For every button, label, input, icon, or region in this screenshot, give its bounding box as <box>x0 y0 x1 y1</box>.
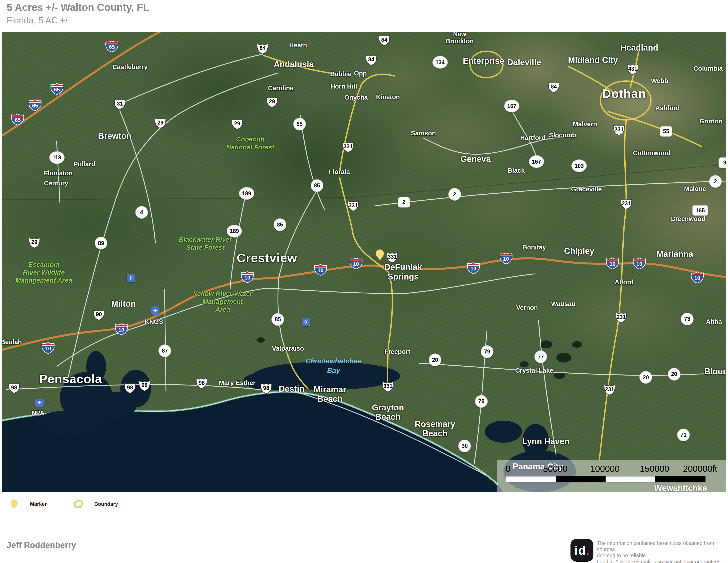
airport-icon: ✈ <box>35 399 44 407</box>
legend-item-marker: Marker <box>9 498 47 510</box>
state-route-circle-shield-icon: 20 <box>668 368 680 380</box>
us-route-shield-icon: 98 <box>8 381 21 394</box>
us-route-shield-icon: 84 <box>547 81 560 93</box>
city-label: Hartford <box>520 134 545 141</box>
city-label: Daleville <box>507 58 541 67</box>
state-route-rect-shield-icon: 2 <box>398 197 410 207</box>
airport-icon: ✈ <box>127 274 135 282</box>
state-route-circle-shield-icon: 189 <box>227 225 242 237</box>
city-label: Headland <box>620 43 658 53</box>
marker-icon <box>10 499 18 509</box>
us-route-shield-icon: 231 <box>620 197 633 210</box>
protected-area-label: Blackwater RiverState Forest <box>179 235 232 251</box>
city-label: Chipley <box>564 246 594 256</box>
city-label: Gordon <box>700 118 723 125</box>
interstate-shield-icon: 10 <box>114 323 128 336</box>
airport-icon: ✈ <box>151 307 159 315</box>
page-subtitle: Florida, 5 AC +/- <box>7 15 149 25</box>
interstate-shield-icon: 10 <box>632 257 646 269</box>
city-label: Castleberry <box>112 63 148 70</box>
state-route-circle-shield-icon: 113 <box>50 152 64 164</box>
us-route-shield-icon: 84 <box>256 42 269 54</box>
city-label: Flomaton <box>44 169 73 177</box>
boundary-icon <box>73 499 83 509</box>
interstate-shield-icon: 10 <box>41 342 55 354</box>
city-label: Destin <box>279 384 304 394</box>
scale-tick-label: 0 <box>506 464 510 474</box>
us-route-shield-icon: 331 <box>386 251 399 263</box>
city-label: Malone <box>684 185 706 192</box>
state-route-circle-shield-icon: 85 <box>274 219 286 231</box>
city-label: Pensacola <box>39 372 102 386</box>
city-label: Florala <box>329 168 350 175</box>
state-route-circle-shield-icon: 2 <box>449 188 461 200</box>
author-name: Jeff Roddenberry <box>7 540 76 550</box>
city-label: Andalusia <box>274 60 314 69</box>
city-label: Crestview <box>237 251 297 265</box>
city-label: Slocomb <box>549 131 576 138</box>
city-label: NewBrockton <box>446 32 474 45</box>
city-label: Valparaiso <box>272 345 304 352</box>
city-label: Kinston <box>376 93 400 100</box>
map-export-page: 5 Acres +/- Walton County, FL Florida, 5… <box>0 0 728 563</box>
city-label: Marianna <box>656 249 693 259</box>
legend: MarkerBoundary <box>9 496 118 512</box>
logo-dot: . <box>586 543 589 557</box>
city-label: Brewton <box>98 131 131 141</box>
city-label: Greenwood <box>670 215 705 222</box>
city-label: RosemaryBeach <box>415 420 455 438</box>
us-route-shield-icon: 231 <box>615 311 628 323</box>
city-label: Dothan <box>602 87 646 101</box>
us-route-shield-icon: 29 <box>231 117 244 130</box>
state-route-circle-shield-icon: 167 <box>529 156 544 167</box>
city-label: Graceville <box>571 186 602 193</box>
city-label: Crystal Lake <box>515 367 553 374</box>
city-label: Blount <box>704 367 726 376</box>
logo-text: id <box>574 543 586 557</box>
interstate-shield-icon: 65 <box>28 99 42 111</box>
legend-label: Boundary <box>94 501 118 507</box>
us-route-shield-icon: 29 <box>265 95 279 108</box>
us-route-shield-icon: 84 <box>378 34 391 46</box>
state-route-circle-shield-icon: 87 <box>159 345 171 357</box>
city-label: Wausau <box>551 300 575 307</box>
scale-bar: 050000100000150000200000ft <box>497 460 726 492</box>
page-title: 5 Acres +/- Walton County, FL <box>7 1 149 13</box>
us-route-shield-icon: 98 <box>195 377 208 389</box>
state-route-circle-shield-icon: 20 <box>640 371 652 383</box>
interstate-shield-icon: 10 <box>314 263 327 276</box>
us-route-shield-icon: 98 <box>123 381 137 394</box>
city-label: Ashford <box>655 104 680 111</box>
state-route-rect-shield-icon: 9 <box>719 158 726 167</box>
scale-tick-label: 100000 <box>590 464 619 474</box>
us-route-shield-icon: 29 <box>28 236 41 248</box>
state-route-circle-shield-icon: 71 <box>677 429 689 441</box>
interstate-shield-icon: 10 <box>499 252 513 264</box>
scale-tick-label: 50000 <box>543 464 567 474</box>
city-label: GraytonBeach <box>372 403 404 422</box>
state-route-circle-shield-icon: 89 <box>95 237 107 249</box>
interstate-shield-icon: 65 <box>11 113 24 126</box>
airport-icon: ✈ <box>302 318 310 326</box>
interstate-shield-icon: 65 <box>105 40 119 53</box>
city-label: Pollard <box>73 160 95 167</box>
city-label: KNGS <box>145 318 163 325</box>
city-label: Webb <box>651 77 668 84</box>
protected-area-label: Yellow River WaterManagementArea <box>193 290 252 314</box>
city-label: Bonifay <box>523 244 546 251</box>
scale-tick-label: 200000ft <box>683 464 717 474</box>
city-label: Black <box>508 167 525 174</box>
city-label: Babbie <box>330 70 352 77</box>
city-label: Malvern <box>573 120 597 127</box>
state-route-circle-shield-icon: 77 <box>535 351 547 363</box>
city-label: Cottonwood <box>633 149 670 156</box>
interstate-shield-icon: 10 <box>240 271 254 283</box>
us-route-shield-icon: 84 <box>365 53 378 66</box>
city-label: Horn Hill <box>330 83 357 90</box>
state-route-circle-shield-icon: 4 <box>136 206 148 218</box>
us-route-shield-icon: 231 <box>603 383 616 396</box>
state-route-circle-shield-icon: 73 <box>681 313 693 325</box>
state-route-circle-shield-icon: 79 <box>475 396 487 407</box>
state-route-circle-shield-icon: 85 <box>311 180 323 192</box>
water-body-label: ChoctawhatcheeBay <box>306 356 362 375</box>
